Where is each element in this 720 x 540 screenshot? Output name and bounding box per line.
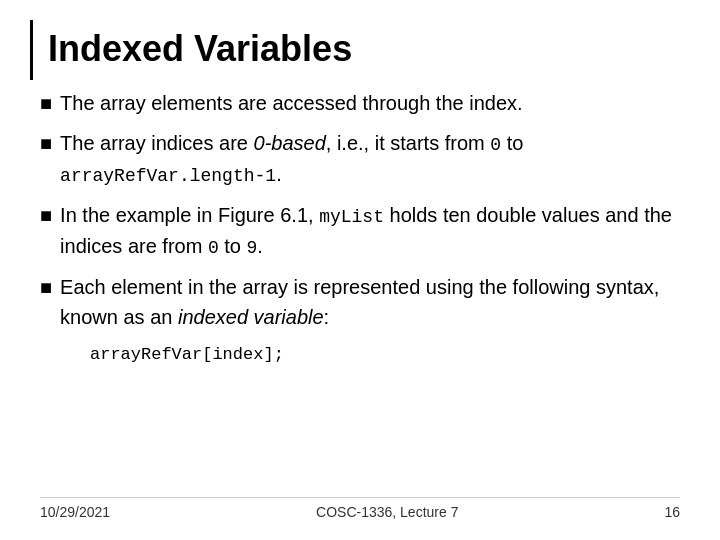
bullet-text-3: In the example in Figure 6.1, myList hol… xyxy=(60,200,680,262)
code-block: arrayRefVar[index]; xyxy=(90,342,680,368)
bullet-item-4: ■ Each element in the array is represent… xyxy=(40,272,680,332)
bullet-text-4: Each element in the array is represented… xyxy=(60,272,680,332)
footer-date: 10/29/2021 xyxy=(40,504,110,520)
slide-footer: 10/29/2021 COSC-1336, Lecture 7 16 xyxy=(40,497,680,520)
bullet-text-1: The array elements are accessed through … xyxy=(60,88,680,118)
slide-title: Indexed Variables xyxy=(48,28,680,70)
bullet-item-2: ■ The array indices are 0-based, i.e., i… xyxy=(40,128,680,190)
italic-indexed-variable: indexed variable xyxy=(178,306,324,328)
bullet-marker-4: ■ xyxy=(40,272,52,302)
bullet-text-2: The array indices are 0-based, i.e., it … xyxy=(60,128,680,190)
slide-content: ■ The array elements are accessed throug… xyxy=(40,88,680,497)
bullet-item-3: ■ In the example in Figure 6.1, myList h… xyxy=(40,200,680,262)
italic-0based: 0-based xyxy=(254,132,326,154)
bullet-marker-2: ■ xyxy=(40,128,52,158)
footer-course: COSC-1336, Lecture 7 xyxy=(316,504,458,520)
left-border-decoration xyxy=(30,20,33,80)
bullet-marker-1: ■ xyxy=(40,88,52,118)
code-zero: 0 xyxy=(490,135,501,155)
slide: Indexed Variables ■ The array elements a… xyxy=(0,0,720,540)
code-block-text: arrayRefVar[index]; xyxy=(90,345,284,364)
code-zero-2: 0 xyxy=(208,238,219,258)
code-arrayrefvar-length: arrayRefVar.length-1 xyxy=(60,166,276,186)
code-mylist: myList xyxy=(319,207,384,227)
bullet-marker-3: ■ xyxy=(40,200,52,230)
code-nine: 9 xyxy=(247,238,258,258)
bullet-item-1: ■ The array elements are accessed throug… xyxy=(40,88,680,118)
footer-page: 16 xyxy=(664,504,680,520)
